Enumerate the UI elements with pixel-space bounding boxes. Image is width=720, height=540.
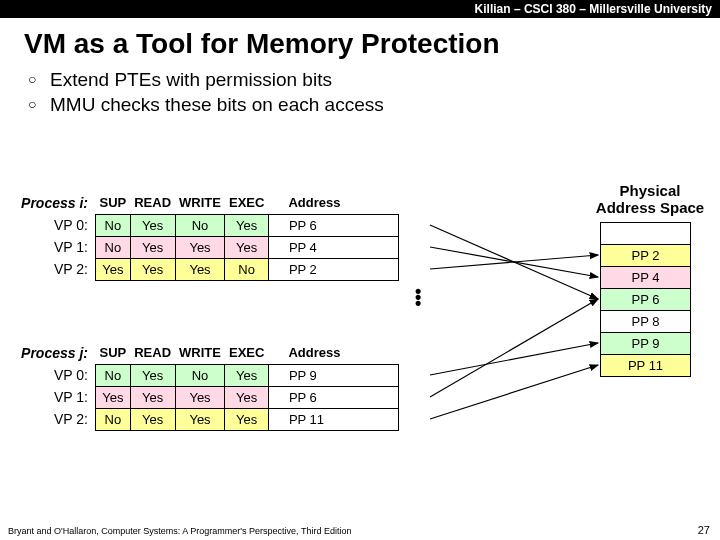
bullet-list: Extend PTEs with permission bits MMU che… [0,68,720,117]
cell: Yes [175,386,225,408]
cell: Yes [130,258,175,280]
pte-row: No Yes Yes Yes PP 11 [96,408,399,430]
vp-label: VP 2: [0,408,88,430]
cell: Yes [225,364,268,386]
cell: No [96,364,131,386]
vdots-icon: ••• [415,288,421,306]
proc-j-table: SUP READ WRITE EXEC Address No Yes No Ye… [95,342,399,431]
cell: Yes [225,214,268,236]
page-number: 27 [698,524,710,536]
cell: Yes [225,236,268,258]
phys-space-label: Physical Address Space [595,182,705,216]
pte-row: No Yes No Yes PP 9 [96,364,399,386]
cell: No [175,364,225,386]
svg-line-0 [430,225,598,299]
cell: No [96,236,131,258]
col-addr: Address [268,342,398,364]
pte-row: No Yes No Yes PP 6 [96,214,399,236]
cell: Yes [130,364,175,386]
cell: Yes [96,258,131,280]
vp-label: VP 0: [0,364,88,386]
bullet-item: Extend PTEs with permission bits [50,68,696,93]
cell-addr: PP 11 [268,408,398,430]
col-addr: Address [268,192,398,214]
cell: Yes [130,408,175,430]
col-read: READ [130,192,175,214]
cell: Yes [130,236,175,258]
cell: Yes [96,386,131,408]
cell: Yes [225,386,268,408]
proc-j-labels: Process j: VP 0: VP 1: VP 2: [0,342,88,430]
col-exec: EXEC [225,192,268,214]
col-exec: EXEC [225,342,268,364]
cell: No [225,258,268,280]
cell: Yes [175,236,225,258]
phys-page: PP 11 [601,355,691,377]
proc-i-table: SUP READ WRITE EXEC Address No Yes No Ye… [95,192,399,281]
cell: No [175,214,225,236]
cell-addr: PP 6 [268,386,398,408]
phys-page [601,223,691,245]
proc-i-name: Process i: [0,192,88,214]
cell: No [96,214,131,236]
pte-row: Yes Yes Yes No PP 2 [96,258,399,280]
col-sup: SUP [96,192,131,214]
svg-line-4 [430,299,598,397]
vp-label: VP 0: [0,214,88,236]
vp-label: VP 1: [0,236,88,258]
col-read: READ [130,342,175,364]
cell: Yes [225,408,268,430]
cell: Yes [130,214,175,236]
vp-label: VP 1: [0,386,88,408]
bullet-item: MMU checks these bits on each access [50,93,696,118]
pte-row: No Yes Yes Yes PP 4 [96,236,399,258]
course-header: Killian – CSCI 380 – Millersville Univer… [0,0,720,18]
vp-label: VP 2: [0,258,88,280]
phys-page: PP 8 [601,311,691,333]
footer-text: Bryant and O'Hallaron, Computer Systems:… [8,526,351,536]
cell: Yes [130,386,175,408]
svg-line-3 [430,343,598,375]
cell: Yes [175,408,225,430]
phys-space-table: PP 2 PP 4 PP 6 PP 8 PP 9 PP 11 [600,222,691,377]
cell-addr: PP 4 [268,236,398,258]
slide-title: VM as a Tool for Memory Protection [0,18,720,68]
phys-page: PP 4 [601,267,691,289]
proc-i-labels: Process i: VP 0: VP 1: VP 2: [0,192,88,280]
col-sup: SUP [96,342,131,364]
svg-line-2 [430,255,598,269]
svg-line-1 [430,247,598,277]
cell: Yes [175,258,225,280]
cell-addr: PP 9 [268,364,398,386]
cell: No [96,408,131,430]
phys-page: PP 6 [601,289,691,311]
proc-j-name: Process j: [0,342,88,364]
table-header-row: SUP READ WRITE EXEC Address [96,192,399,214]
pte-row: Yes Yes Yes Yes PP 6 [96,386,399,408]
phys-page: PP 9 [601,333,691,355]
svg-line-5 [430,365,598,419]
col-write: WRITE [175,192,225,214]
cell-addr: PP 6 [268,214,398,236]
cell-addr: PP 2 [268,258,398,280]
phys-page: PP 2 [601,245,691,267]
table-header-row: SUP READ WRITE EXEC Address [96,342,399,364]
col-write: WRITE [175,342,225,364]
